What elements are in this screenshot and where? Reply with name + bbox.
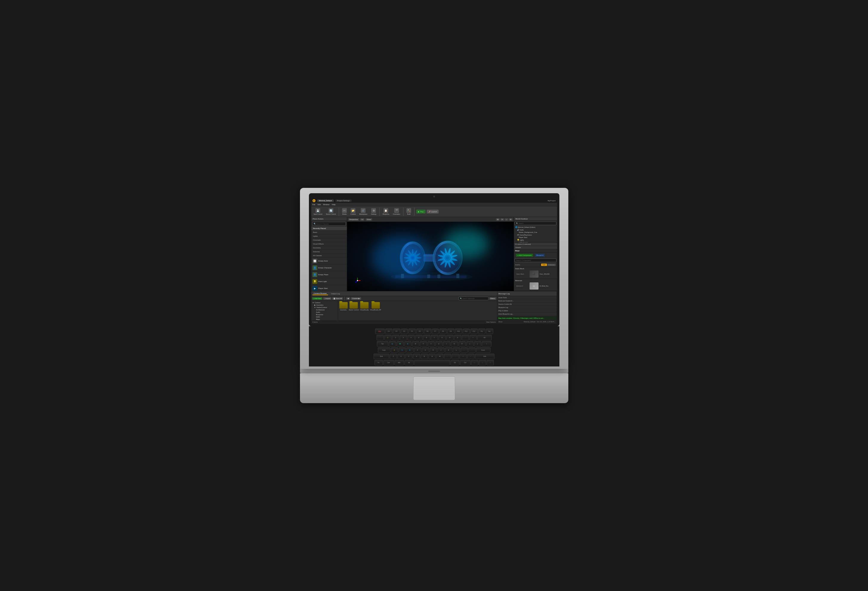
key-u[interactable]: U (435, 341, 443, 346)
marketplace-button[interactable]: 🛒 Marketplace (358, 208, 369, 216)
content-path-button[interactable]: Content ▶ (351, 297, 361, 300)
import-button[interactable]: ↓ Import (323, 297, 331, 300)
perspective-button[interactable]: Perspective (348, 218, 359, 221)
outliner-item[interactable]: Player Start (514, 236, 557, 239)
folder-item[interactable]: Starter Content (349, 302, 359, 311)
ml-item[interactable]: Play in Editor (497, 309, 557, 312)
tree-item[interactable]: Maps (312, 318, 337, 320)
lit-button[interactable]: Lit (360, 218, 365, 221)
key-slash[interactable]: / (459, 354, 466, 359)
outliner-item[interactable]: 💡 Lights (514, 239, 557, 241)
category-geometry[interactable]: Geometry (311, 246, 347, 250)
ml-item[interactable]: Asset Tools (497, 296, 557, 299)
key-caps[interactable]: Caps (378, 347, 390, 353)
ml-item[interactable]: Blueprint Log (497, 306, 557, 309)
outliner-item[interactable]: 🌐 Minimal_Default (Editor) (514, 226, 557, 228)
key-o[interactable]: O (451, 341, 458, 346)
key-win[interactable]: Win (394, 360, 404, 365)
key-right[interactable]: → (487, 360, 494, 365)
menu-file[interactable]: File (313, 204, 316, 205)
outliner-search[interactable]: 🔍 Search (515, 222, 557, 225)
key-6[interactable]: 6 (423, 335, 430, 340)
list-item[interactable]: ⬜ Empty Actor (311, 258, 347, 264)
blueprints-button[interactable]: 📋 Blueprints (381, 208, 390, 216)
tree-item[interactable]: Blueprints (312, 313, 337, 316)
add-new-button[interactable]: + Add New (312, 297, 323, 300)
key-left[interactable]: ← (471, 360, 478, 365)
folder-item[interactable]: VirtualReality BP (370, 302, 381, 311)
search-classes-box[interactable]: 🔍 Search Classes (312, 222, 346, 226)
key-y[interactable]: Y (428, 341, 435, 346)
key-down[interactable]: ↓ (479, 360, 486, 365)
search-components[interactable]: Search Components (515, 259, 557, 262)
blueprint-button[interactable]: Blueprint (535, 254, 545, 257)
key-ctrl-right[interactable]: Ctrl (460, 360, 471, 365)
folder-item[interactable]: Geometry (340, 302, 348, 311)
key-fn[interactable]: Fn (375, 360, 383, 365)
key-n[interactable]: N (428, 354, 435, 359)
key-f6[interactable]: F6 (424, 329, 431, 334)
material-preview[interactable]: M (530, 282, 539, 290)
tree-item[interactable]: ▼ StarterContent (312, 306, 337, 309)
category-recently-placed[interactable]: Recently Placed (311, 227, 347, 230)
key-up[interactable]: ↑ (467, 354, 474, 359)
key-f[interactable]: F (414, 347, 421, 353)
key-l[interactable]: L (453, 347, 460, 353)
key-k[interactable]: K (445, 347, 452, 353)
launch-button[interactable]: 🚀 Launch (427, 210, 439, 213)
key-minus[interactable]: - (462, 335, 469, 340)
modes-button[interactable]: 🎮 Modes (341, 208, 348, 216)
key-f11[interactable]: F11 (463, 329, 470, 334)
ml-item[interactable]: Anim Blueprint Log... (497, 312, 557, 316)
save-all-button[interactable]: 💾 Save All (332, 297, 343, 300)
play-button[interactable]: ▶ Play (416, 210, 425, 213)
key-e[interactable]: E (404, 341, 412, 346)
ml-item[interactable]: Source Control (6) (497, 303, 557, 306)
tree-item[interactable]: ▼ Content (312, 301, 337, 304)
key-ctrl-left[interactable]: Ctrl (384, 360, 394, 365)
viewport-settings-button[interactable]: ⚙ (509, 218, 512, 221)
list-item[interactable]: 💡 Point Light (311, 278, 347, 285)
tree-item[interactable]: HDRI (312, 316, 337, 318)
key-0[interactable]: 0 (454, 335, 461, 340)
key-f5[interactable]: F5 (416, 329, 424, 334)
menu-edit[interactable]: Edit (317, 204, 320, 205)
key-x[interactable]: X (397, 354, 404, 359)
category-cinematic[interactable]: Cinematic (311, 238, 347, 242)
key-lbracket[interactable]: [ (466, 341, 474, 346)
list-item[interactable]: ▶ Player Start (311, 285, 347, 291)
add-component-button[interactable]: + Add Component (516, 254, 533, 257)
list-item[interactable]: 👤 Empty Pawn (311, 271, 347, 278)
category-visual-effects[interactable]: Visual Effects (311, 242, 347, 246)
key-p[interactable]: P (459, 341, 466, 346)
key-q[interactable]: Q (389, 341, 396, 346)
key-backspace[interactable]: ⌫ (477, 335, 492, 340)
key-shift-left[interactable]: Shift (373, 354, 389, 359)
ml-item[interactable]: Build and Submit E... (497, 299, 557, 303)
tab-content-browser[interactable]: Content Browser (313, 292, 328, 295)
key-alt-right[interactable]: Alt (450, 360, 459, 365)
key-g[interactable]: G (422, 347, 429, 353)
key-comma[interactable]: , (444, 354, 451, 359)
category-all-classes[interactable]: All Classes (311, 254, 347, 258)
key-9[interactable]: 9 (446, 335, 453, 340)
source-control-button[interactable]: 🔄 Source Control (325, 208, 337, 216)
tree-item[interactable]: Audio (312, 311, 337, 313)
key-alt-left[interactable]: Alt (404, 360, 413, 365)
view-options-button[interactable]: View Options (486, 321, 496, 323)
key-tab[interactable]: Tab (377, 341, 388, 346)
filters-button[interactable]: Filters (489, 297, 496, 300)
key-h[interactable]: H (430, 347, 437, 353)
key-equals[interactable]: = (469, 335, 477, 340)
category-volumes[interactable]: Volumes (311, 250, 347, 254)
key-w[interactable]: W (397, 341, 404, 346)
mobility-static-btn[interactable]: Static (541, 264, 547, 266)
outliner-item[interactable]: Starter_Background_Cue (514, 231, 557, 233)
content-nav-button[interactable]: ◀ (346, 297, 350, 300)
key-s[interactable]: S (399, 347, 406, 353)
key-1[interactable]: 1 (384, 335, 391, 340)
viewport-canvas[interactable] (347, 222, 514, 291)
key-esc[interactable]: Esc (375, 329, 385, 334)
cinematics-button[interactable]: 🎬 Cinematics (391, 208, 402, 216)
key-quote[interactable]: ' (468, 347, 475, 353)
